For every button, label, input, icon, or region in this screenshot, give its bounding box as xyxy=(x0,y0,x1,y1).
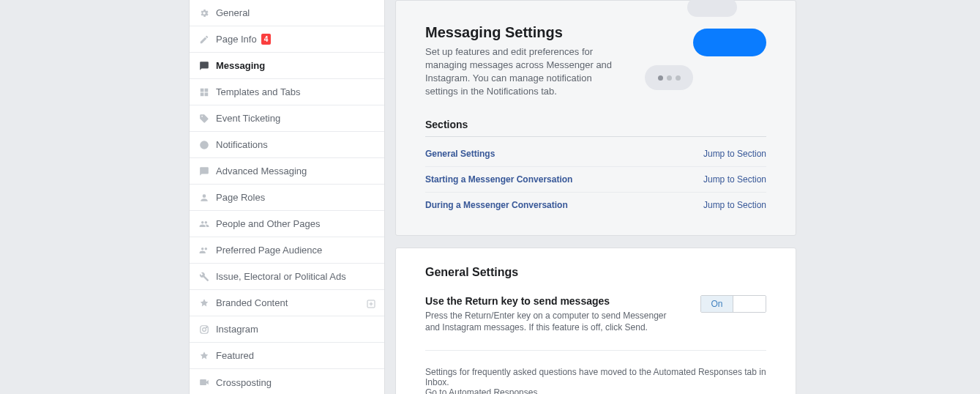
sidebar-item-label: Featured xyxy=(216,350,254,361)
header-card: Messaging Settings Set up features and e… xyxy=(395,0,796,236)
chat-illustration xyxy=(642,2,766,90)
sidebar-item-label: Branded Content xyxy=(216,297,288,308)
jump-link[interactable]: Jump to Section xyxy=(703,149,766,159)
sidebar-item-label: Page Info xyxy=(216,34,257,45)
jump-link[interactable]: Jump to Section xyxy=(703,174,766,185)
general-settings-heading: General Settings xyxy=(425,266,766,279)
camera-icon xyxy=(198,376,210,388)
sidebar-item-label: Templates and Tabs xyxy=(216,86,300,97)
add-icon xyxy=(367,297,375,308)
handshake-icon xyxy=(198,297,210,309)
toggle-off[interactable] xyxy=(733,296,766,312)
sidebar-item-page-info[interactable]: Page Info 4 xyxy=(190,26,384,53)
sidebar-item-people-pages[interactable]: People and Other Pages xyxy=(190,211,384,237)
setting-return-key: Use the Return key to send messages Pres… xyxy=(425,295,766,351)
jump-link[interactable]: Jump to Section xyxy=(703,200,766,210)
sections-block: Sections General Settings Jump to Sectio… xyxy=(425,119,766,218)
badge-count: 4 xyxy=(261,34,272,45)
sidebar-item-instagram[interactable]: Instagram xyxy=(190,316,384,343)
main-content: Messaging Settings Set up features and e… xyxy=(395,0,796,394)
gear-icon xyxy=(198,7,210,19)
grid-icon xyxy=(198,86,210,98)
section-row-starting: Starting a Messenger Conversation Jump t… xyxy=(425,167,766,193)
wrench-icon xyxy=(198,271,210,283)
sidebar-item-label: Issue, Electoral or Political Ads xyxy=(216,271,346,282)
sidebar-item-label: Event Ticketing xyxy=(216,113,280,124)
sidebar-item-templates-tabs[interactable]: Templates and Tabs xyxy=(190,79,384,105)
page-title: Messaging Settings xyxy=(425,24,624,41)
sidebar-item-crossposting[interactable]: Crossposting xyxy=(190,369,384,394)
svg-point-4 xyxy=(206,327,207,327)
setting-faq-note: Settings for frequently asked questions … xyxy=(425,367,766,394)
pencil-icon xyxy=(198,34,210,45)
person-icon xyxy=(198,192,210,204)
people-icon xyxy=(198,218,210,230)
chat-icon xyxy=(198,60,210,72)
sidebar-item-label: Preferred Page Audience xyxy=(216,245,322,256)
section-row-general: General Settings Jump to Section xyxy=(425,141,766,167)
sidebar-item-label: Crossposting xyxy=(216,377,272,388)
sidebar-item-label: Messaging xyxy=(216,60,265,71)
sidebar-item-general[interactable]: General xyxy=(190,0,384,26)
sidebar-item-featured[interactable]: Featured xyxy=(190,343,384,369)
section-link-starting[interactable]: Starting a Messenger Conversation xyxy=(425,174,572,185)
page-description: Set up features and edit preferences for… xyxy=(425,45,624,98)
general-settings-card: General Settings Use the Return key to s… xyxy=(395,248,796,394)
instagram-icon xyxy=(198,324,210,335)
globe-icon xyxy=(198,139,210,151)
faq-note-text: Settings for frequently asked questions … xyxy=(425,367,766,387)
sidebar-item-label: People and Other Pages xyxy=(216,218,320,229)
sidebar-item-label: Instagram xyxy=(216,324,258,335)
setting-label: Use the Return key to send messages xyxy=(425,295,683,307)
toggle-on[interactable]: On xyxy=(701,296,733,312)
chat-icon xyxy=(198,166,210,177)
sidebar-item-preferred-audience[interactable]: Preferred Page Audience xyxy=(190,237,384,264)
settings-sidebar: General Page Info 4 Messaging Templates … xyxy=(189,0,385,394)
sidebar-item-label: Advanced Messaging xyxy=(216,166,307,176)
star-icon xyxy=(198,350,210,362)
section-row-during: During a Messenger Conversation Jump to … xyxy=(425,193,766,218)
sidebar-item-political-ads[interactable]: Issue, Electoral or Political Ads xyxy=(190,264,384,290)
sidebar-item-label: General xyxy=(216,7,250,18)
return-key-toggle[interactable]: On xyxy=(700,295,766,313)
automated-responses-link[interactable]: Go to Automated Responses xyxy=(425,387,766,394)
sidebar-item-page-roles[interactable]: Page Roles xyxy=(190,185,384,211)
sections-heading: Sections xyxy=(425,119,766,137)
sidebar-item-label: Notifications xyxy=(216,139,268,150)
sidebar-item-messaging[interactable]: Messaging xyxy=(190,53,384,79)
sidebar-item-label: Page Roles xyxy=(216,192,265,203)
section-link-general[interactable]: General Settings xyxy=(425,149,495,159)
section-link-during[interactable]: During a Messenger Conversation xyxy=(425,200,568,210)
people-icon xyxy=(198,245,210,256)
sidebar-item-advanced-messaging[interactable]: Advanced Messaging xyxy=(190,158,384,185)
setting-description: Press the Return/Enter key on a computer… xyxy=(425,310,683,334)
sidebar-item-branded-content[interactable]: Branded Content xyxy=(190,290,384,316)
svg-point-0 xyxy=(200,141,209,149)
svg-point-3 xyxy=(203,327,206,331)
sidebar-item-event-ticketing[interactable]: Event Ticketing xyxy=(190,105,384,132)
sidebar-item-notifications[interactable]: Notifications xyxy=(190,132,384,158)
tag-icon xyxy=(198,113,210,124)
